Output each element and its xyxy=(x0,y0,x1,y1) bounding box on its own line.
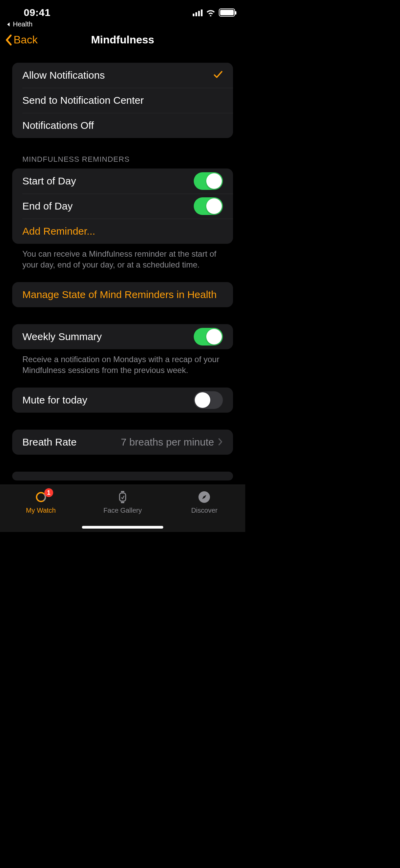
chevron-right-icon xyxy=(218,436,223,448)
tab-bar: 1 My Watch Face Gallery D xyxy=(0,485,245,532)
tab-face-gallery-label: Face Gallery xyxy=(103,507,142,514)
manage-state-of-mind-row[interactable]: Manage State of Mind Reminders in Health xyxy=(12,282,233,307)
home-indicator[interactable] xyxy=(82,526,163,529)
reminders-footer: You can receive a Mindfulness reminder a… xyxy=(12,244,233,271)
cellular-icon xyxy=(193,9,203,16)
state-of-mind-group: Manage State of Mind Reminders in Health xyxy=(12,282,233,307)
face-gallery-icon xyxy=(118,490,128,504)
send-notification-center-row[interactable]: Send to Notification Center xyxy=(12,88,233,113)
send-notification-center-label: Send to Notification Center xyxy=(22,95,144,106)
weekly-summary-group: Weekly Summary xyxy=(12,324,233,349)
checkmark-icon xyxy=(213,70,223,81)
breath-rate-label: Breath Rate xyxy=(22,436,77,448)
page-title: Mindfulness xyxy=(0,34,245,46)
add-reminder-row[interactable]: Add Reminder... xyxy=(12,219,233,244)
notifications-group: Allow Notifications Send to Notification… xyxy=(12,63,233,138)
tab-discover-label: Discover xyxy=(191,507,217,514)
weekly-summary-footer: Receive a notification on Mondays with a… xyxy=(12,349,233,376)
reminders-section-header: MINDFULNESS REMINDERS xyxy=(12,155,233,169)
svg-rect-3 xyxy=(121,491,124,492)
status-time: 09:41 xyxy=(24,7,50,18)
mute-today-row: Mute for today xyxy=(12,388,233,413)
tab-my-watch-label: My Watch xyxy=(26,507,56,514)
next-group-peek xyxy=(12,472,233,480)
weekly-summary-toggle[interactable] xyxy=(194,328,223,346)
start-of-day-row: Start of Day xyxy=(12,169,233,194)
start-of-day-toggle[interactable] xyxy=(194,172,223,190)
nav-header: Back Mindfulness xyxy=(0,34,245,53)
breath-rate-value: 7 breaths per minute xyxy=(121,436,214,448)
svg-rect-2 xyxy=(120,493,126,501)
notifications-off-label: Notifications Off xyxy=(22,120,94,131)
allow-notifications-label: Allow Notifications xyxy=(22,70,105,81)
breath-rate-row[interactable]: Breath Rate 7 breaths per minute xyxy=(12,430,233,455)
mute-today-label: Mute for today xyxy=(22,394,87,406)
status-indicators xyxy=(193,8,235,17)
tab-face-gallery[interactable]: Face Gallery xyxy=(82,485,163,532)
allow-notifications-row[interactable]: Allow Notifications xyxy=(12,63,233,88)
manage-state-of-mind-label: Manage State of Mind Reminders in Health xyxy=(22,289,217,300)
add-reminder-label: Add Reminder... xyxy=(22,225,95,237)
compass-icon xyxy=(198,491,211,504)
end-of-day-row: End of Day xyxy=(12,194,233,219)
weekly-summary-row: Weekly Summary xyxy=(12,324,233,349)
battery-icon xyxy=(219,8,235,17)
svg-rect-4 xyxy=(121,502,124,503)
tab-my-watch[interactable]: 1 My Watch xyxy=(0,485,82,532)
mute-today-toggle[interactable] xyxy=(194,391,223,409)
reminders-group: Start of Day End of Day Add Reminder... xyxy=(12,169,233,244)
breadcrumb-label: Health xyxy=(13,20,33,28)
wifi-icon xyxy=(206,9,215,16)
tab-discover[interactable]: Discover xyxy=(164,485,245,532)
mute-group: Mute for today xyxy=(12,388,233,413)
start-of-day-label: Start of Day xyxy=(22,175,76,187)
status-bar: 09:41 xyxy=(0,0,245,20)
notifications-off-row[interactable]: Notifications Off xyxy=(12,113,233,138)
end-of-day-label: End of Day xyxy=(22,200,72,212)
end-of-day-toggle[interactable] xyxy=(194,197,223,215)
breath-rate-group: Breath Rate 7 breaths per minute xyxy=(12,430,233,455)
weekly-summary-label: Weekly Summary xyxy=(22,331,102,342)
breadcrumb-back[interactable]: Health xyxy=(0,20,245,31)
tab-badge: 1 xyxy=(44,488,53,497)
